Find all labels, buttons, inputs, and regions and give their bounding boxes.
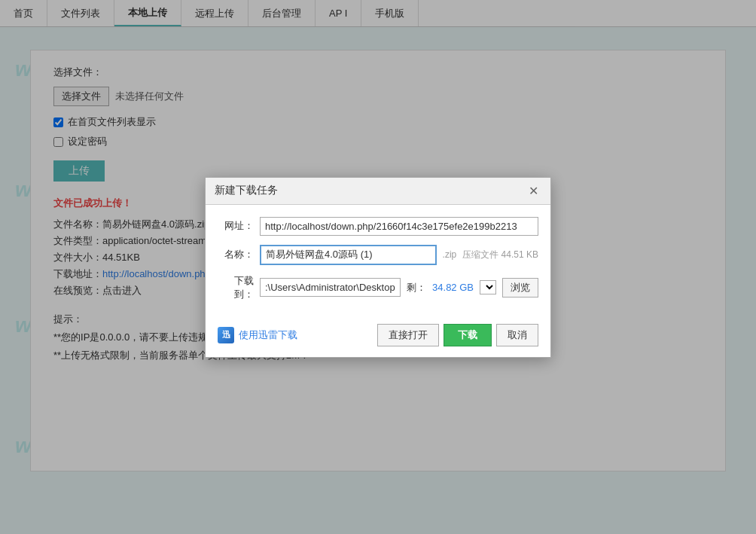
path-label: 下载到：	[218, 274, 254, 301]
name-input[interactable]	[260, 245, 437, 265]
xunlei-label: 使用迅雷下载	[239, 328, 297, 342]
url-label: 网址：	[218, 219, 254, 233]
name-suffix: .zip	[443, 249, 457, 260]
cancel-button[interactable]: 取消	[496, 324, 538, 346]
free-space: 34.82 GB	[432, 282, 474, 293]
xunlei-icon: 迅	[218, 327, 234, 343]
name-label: 名称：	[218, 248, 254, 261]
download-button[interactable]: 下载	[444, 324, 492, 346]
modal-url-row: 网址：	[218, 217, 538, 236]
download-modal: 新建下载任务 ✕ 网址： 名称： .zip 压缩文件 44.51 KB 下载到：…	[205, 177, 551, 358]
browse-button[interactable]: 浏览	[502, 278, 538, 298]
modal-close-button[interactable]: ✕	[526, 184, 541, 198]
modal-title: 新建下载任务	[215, 184, 278, 197]
url-input[interactable]	[260, 217, 538, 236]
direct-open-button[interactable]: 直接打开	[377, 324, 439, 346]
xunlei-button[interactable]: 迅 使用迅雷下载	[218, 327, 297, 343]
modal-name-row: 名称： .zip 压缩文件 44.51 KB	[218, 245, 538, 265]
path-separator: 剩：	[407, 281, 426, 294]
path-dropdown[interactable]: ▼	[480, 280, 496, 294]
modal-overlay: 新建下载任务 ✕ 网址： 名称： .zip 压缩文件 44.51 KB 下载到：…	[0, 0, 756, 534]
path-input[interactable]	[260, 278, 401, 297]
modal-title-bar: 新建下载任务 ✕	[206, 178, 550, 205]
modal-body: 网址： 名称： .zip 压缩文件 44.51 KB 下载到： 剩： 34.82…	[206, 205, 550, 316]
modal-footer: 迅 使用迅雷下载 直接打开 下载 取消	[206, 316, 550, 357]
modal-footer-right: 直接打开 下载 取消	[377, 324, 538, 346]
modal-path-row: 下载到： 剩： 34.82 GB ▼ 浏览	[218, 274, 538, 301]
file-size-badge: 压缩文件 44.51 KB	[462, 249, 538, 261]
